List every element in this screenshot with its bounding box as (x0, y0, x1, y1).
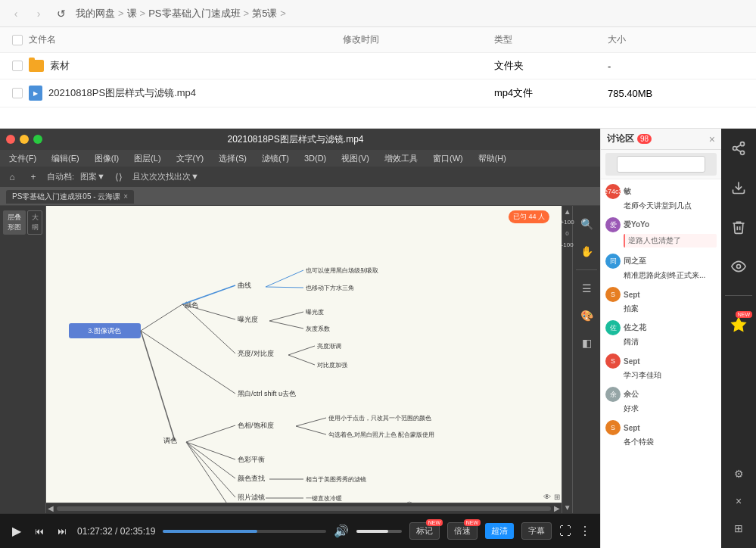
breadcrumb-item-disk[interactable]: 我的网盘 (76, 7, 115, 20)
speed-new-badge: NEW (464, 519, 481, 526)
avatar-8: S (605, 420, 621, 435)
ps-vscrollbar[interactable]: ▲ +100 0 -100 ▼ (562, 206, 572, 513)
volume-button[interactable]: 🔊 (334, 524, 349, 538)
canvas-grid-icon[interactable]: ⊞ (554, 493, 560, 501)
video-progress-bar[interactable] (163, 530, 326, 533)
window-close-button[interactable] (6, 135, 15, 144)
tool-adjust[interactable]: ◧ (574, 331, 599, 355)
mindmap-tabs: 层叠形图 大纲 (0, 209, 45, 236)
folder-type: 文件夹 (494, 59, 608, 73)
svg-point-49 (733, 147, 737, 151)
eye-action-button[interactable] (725, 253, 752, 280)
ps-content-area: 层叠形图 大纲 3.图像调色 颜色 曲线 (0, 206, 600, 513)
browser-toolbar: ‹ › ↺ 我的网盘 > 课 > PS零基础入门速成班 > 第5课 > (0, 0, 756, 27)
video-section: 20210818PS图层样式与滤镜.mp4 文件(F) 编辑(E) 图像(I) … (0, 129, 756, 548)
ps-left-tabs: 层叠形图 大纲 (0, 206, 46, 513)
info-action-button[interactable]: × (728, 490, 749, 512)
ps-tab-active[interactable]: PS零基础入门速成班05 - 云海课 × (6, 190, 134, 204)
ps-tool-home[interactable]: ⌂ (5, 170, 20, 185)
volume-slider[interactable] (356, 530, 402, 533)
speed-button[interactable]: NEW 倍速 (447, 522, 478, 540)
time-current: 01:27:32 (77, 526, 113, 537)
svg-text:调色: 调色 (163, 437, 177, 444)
video-controls-bar: ▶ ⏮ ⏭ 01:27:32 / 02:35:19 🔊 NEW 标记 NEW (0, 513, 600, 548)
prev-frame-button[interactable]: ⏮ (32, 523, 47, 540)
breadcrumb-item-ke[interactable]: 课 (127, 7, 137, 20)
folder-checkbox[interactable] (12, 61, 23, 71)
ps-menu-edit[interactable]: 编辑(E) (48, 151, 82, 166)
ps-menu-window[interactable]: 窗口(W) (430, 151, 466, 166)
msg-text-5: 阔清 (605, 337, 717, 347)
tool-color[interactable]: 🎨 (574, 304, 599, 328)
tag-button[interactable]: NEW 标记 (409, 522, 440, 540)
subtitle-button[interactable]: 字幕 (521, 522, 552, 540)
breadcrumb-item-lesson[interactable]: 第5课 (252, 7, 277, 20)
ps-menu-help[interactable]: 帮助(H) (475, 151, 509, 166)
ps-menu-filter[interactable]: 滤镜(T) (259, 151, 292, 166)
live-badge: 已匀 44 人 (509, 210, 549, 223)
fullscreen-button[interactable]: ⛶ (559, 525, 571, 538)
mindmap-canvas[interactable]: 3.图像调色 颜色 曲线 也可以使用黑白场级别吸取 也移动下方水三角 曝光度 (46, 206, 572, 513)
ps-hscrollbar[interactable]: ◀ ▶ (46, 503, 562, 513)
select-all-checkbox[interactable] (12, 35, 23, 45)
discussion-panel: 讨论区 98 × #e74c3c 敏 老师今天讲堂到几点 爱 (600, 129, 721, 548)
more-button[interactable]: ⋮ (579, 524, 591, 538)
nav-forward-button[interactable]: › (30, 5, 47, 22)
ps-menu-layer[interactable]: 图层(L) (131, 151, 163, 166)
msg-name-6: Sept (624, 357, 640, 366)
svg-line-34 (186, 442, 235, 478)
canvas-zoom-icon[interactable]: 👁 (543, 493, 551, 501)
video-file-name: 20210818PS图层样式与滤镜.mp4 (48, 86, 196, 100)
quality-button[interactable]: 超清 (485, 523, 514, 539)
ps-menu-3d[interactable]: 3D(D) (301, 152, 329, 164)
ps-tool-add[interactable]: + (26, 170, 41, 185)
ps-menu-plugin[interactable]: 增效工具 (381, 151, 421, 166)
file-row-video[interactable]: 20210818PS图层样式与滤镜.mp4 mp4文件 785.40MB (0, 79, 756, 107)
window-minimize-button[interactable] (20, 135, 29, 144)
play-button[interactable]: ▶ (9, 521, 24, 541)
ps-menu-view[interactable]: 视图(V) (338, 151, 372, 166)
msg-name-8: Sept (624, 424, 640, 432)
next-frame-button[interactable]: ⏭ (54, 523, 70, 540)
file-row-folder[interactable]: 素材 文件夹 - (0, 53, 756, 79)
breadcrumb-item-course[interactable]: PS零基础入门速成班 (148, 7, 240, 20)
download-action-button[interactable] (725, 174, 752, 201)
message-item-4: S Sept 拍案 (605, 287, 717, 314)
video-checkbox[interactable] (12, 88, 23, 98)
avatar-3: 同 (605, 254, 621, 269)
share-action-button[interactable] (725, 135, 752, 162)
tab-cascade[interactable]: 层叠形图 (3, 210, 26, 235)
ps-tool-arrow-left[interactable]: ⟨⟩ (111, 170, 126, 185)
delete-action-button[interactable] (725, 213, 752, 241)
tool-zoom[interactable]: 🔍 (574, 212, 599, 236)
ps-menu-select[interactable]: 选择(S) (216, 151, 250, 166)
discussion-input[interactable] (617, 156, 706, 173)
avatar-5: 佐 (605, 320, 621, 335)
tool-layers[interactable]: ☰ (574, 276, 599, 300)
discussion-close-button[interactable]: × (709, 133, 715, 145)
svg-line-30 (296, 426, 326, 434)
ps-tool-auto-label: 自动档: (47, 171, 74, 182)
video-type: mp4文件 (494, 86, 608, 100)
msg-name-2: 爱YoYo (624, 220, 649, 230)
tab-outline[interactable]: 大纲 (27, 210, 43, 235)
nav-back-button[interactable]: ‹ (8, 5, 24, 22)
col-size-header: 大小 (608, 33, 683, 46)
settings-action-button[interactable]: ⚙ (728, 463, 749, 484)
time-separator: / (115, 526, 120, 537)
window-maximize-button[interactable] (33, 135, 42, 144)
ps-menu-text[interactable]: 文字(Y) (173, 151, 207, 166)
ps-menu-file[interactable]: 文件(F) (6, 151, 39, 166)
time-display: 01:27:32 / 02:35:19 (77, 526, 155, 537)
star-new-badge: NEW (736, 311, 752, 318)
grid-action-button[interactable]: ⊞ (728, 518, 749, 539)
folder-icon (29, 60, 44, 72)
star-action-button[interactable]: NEW (725, 311, 752, 338)
svg-text:3.图像调色: 3.图像调色 (89, 327, 122, 335)
ps-tab-close[interactable]: × (123, 192, 128, 201)
tool-hand[interactable]: ✋ (574, 239, 599, 263)
ps-tab-label: PS零基础入门速成班05 - 云海课 (12, 191, 120, 202)
ps-menu-image[interactable]: 图像(I) (92, 151, 122, 166)
nav-refresh-button[interactable]: ↺ (53, 5, 70, 22)
message-item-8: S Sept 各个特袋 (605, 420, 717, 447)
